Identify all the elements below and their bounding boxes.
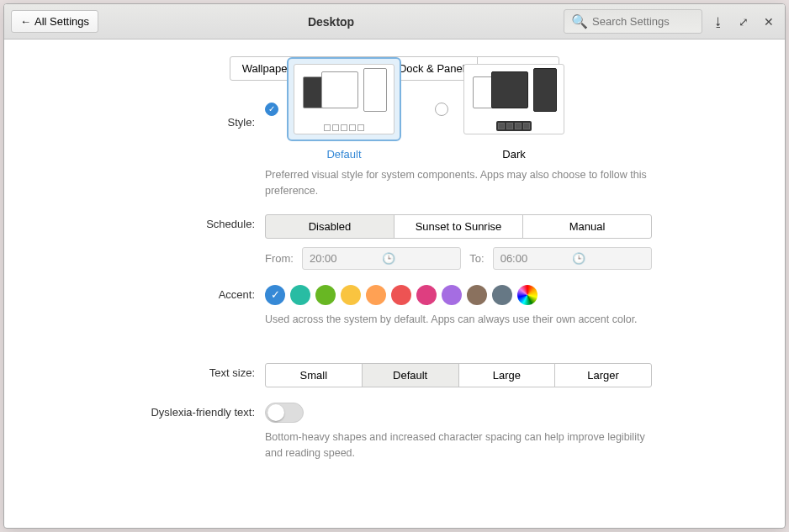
schedule-segmented: Disabled Sunset to Sunrise Manual (265, 214, 652, 239)
search-field[interactable]: 🔍 (564, 9, 702, 34)
style-row: Style: Default (21, 57, 768, 199)
titlebar: ← All Settings Desktop 🔍 ⭳ ⤢ ✕ (4, 4, 785, 40)
accent-swatch-1[interactable] (290, 285, 310, 305)
style-dark-label: Dark (457, 148, 571, 161)
maximize-icon[interactable]: ⤢ (734, 13, 753, 31)
textsize-larger[interactable]: Larger (554, 363, 652, 387)
to-value: 06:00 (500, 252, 573, 265)
textsize-small[interactable]: Small (265, 363, 363, 387)
back-label: All Settings (34, 15, 89, 28)
from-label: From: (265, 252, 294, 265)
accent-desc: Used across the system by default. Apps … (265, 312, 652, 328)
clock-icon: 🕒 (572, 252, 644, 265)
settings-window: ← All Settings Desktop 🔍 ⭳ ⤢ ✕ Wallpaper… (3, 3, 786, 529)
style-radio-default[interactable] (265, 103, 278, 116)
window-title: Desktop (105, 15, 557, 29)
schedule-label: Schedule: (21, 214, 265, 270)
accent-swatch-4[interactable] (366, 285, 386, 305)
accent-swatch-0[interactable]: ✓ (265, 285, 285, 305)
schedule-disabled[interactable]: Disabled (265, 214, 394, 239)
accent-label: Accent: (21, 285, 265, 328)
back-button[interactable]: ← All Settings (11, 10, 98, 33)
search-icon: 🔍 (571, 13, 588, 29)
dyslexia-toggle[interactable] (265, 403, 304, 423)
close-icon[interactable]: ✕ (760, 13, 778, 31)
textsize-row: Text size: Small Default Large Larger (21, 363, 768, 387)
dyslexia-row: Dyslexia-friendly text: Bottom-heavy sha… (21, 403, 768, 461)
from-time-input[interactable]: 20:00 🕒 (302, 247, 461, 270)
dyslexia-label: Dyslexia-friendly text: (21, 403, 265, 461)
textsize-default[interactable]: Default (362, 363, 459, 387)
textsize-large[interactable]: Large (458, 363, 556, 387)
style-option-dark[interactable]: Dark (457, 57, 571, 161)
accent-row: Accent: ✓ Used across the system by defa… (21, 285, 768, 328)
accent-swatch-5[interactable] (391, 285, 411, 305)
accent-swatch-3[interactable] (341, 285, 361, 305)
accent-swatch-custom[interactable] (517, 285, 537, 305)
to-time-input[interactable]: 06:00 🕒 (493, 247, 652, 270)
accent-swatches: ✓ (265, 285, 652, 305)
accent-swatch-2[interactable] (315, 285, 336, 305)
schedule-row: Schedule: Disabled Sunset to Sunrise Man… (21, 214, 768, 270)
schedule-sunset[interactable]: Sunset to Sunrise (394, 214, 523, 239)
style-option-default[interactable]: Default (287, 57, 401, 161)
schedule-manual[interactable]: Manual (522, 214, 652, 239)
style-radio-dark[interactable] (435, 103, 448, 116)
style-default-label: Default (287, 148, 401, 161)
style-label: Style: (21, 57, 265, 199)
textsize-segmented: Small Default Large Larger (265, 363, 652, 387)
download-icon[interactable]: ⭳ (709, 13, 728, 31)
dyslexia-desc: Bottom-heavy shapes and increased charac… (265, 429, 652, 461)
accent-swatch-6[interactable] (416, 285, 437, 305)
accent-swatch-7[interactable] (442, 285, 462, 305)
content-area: Wallpaper Appearance Dock & Panel Multit… (4, 40, 785, 528)
from-value: 20:00 (310, 252, 382, 265)
search-input[interactable] (592, 15, 695, 28)
textsize-label: Text size: (21, 363, 265, 387)
style-desc: Preferred visual style for system compon… (265, 167, 652, 199)
clock-icon: 🕒 (382, 252, 454, 265)
to-label: To: (469, 252, 484, 265)
accent-swatch-8[interactable] (467, 285, 487, 305)
arrow-left-icon: ← (20, 15, 31, 28)
accent-swatch-9[interactable] (492, 285, 512, 305)
